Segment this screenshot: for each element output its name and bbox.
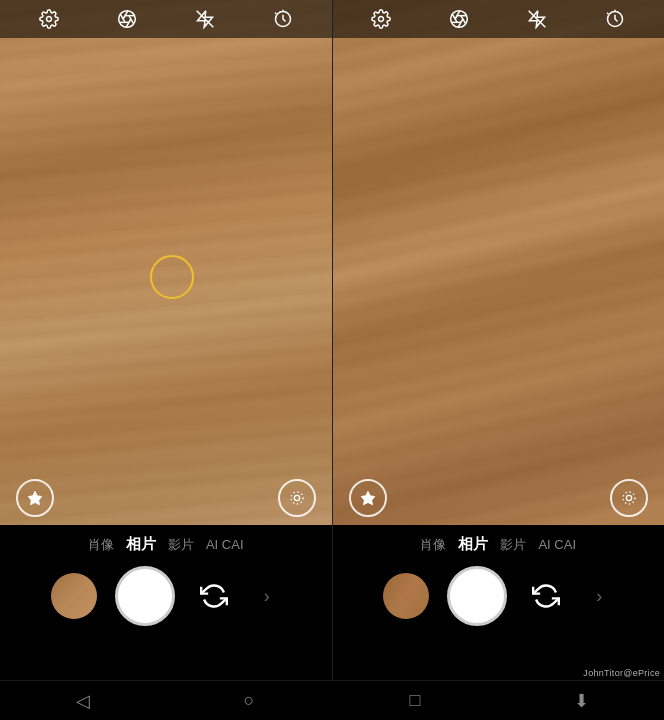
left-mode-tabs: 肖像 相片 影片 AI CAI: [0, 525, 332, 560]
right-timer-icon[interactable]: [605, 9, 625, 29]
svg-point-15: [379, 17, 384, 22]
svg-line-26: [607, 13, 608, 14]
home-nav-icon[interactable]: ○: [166, 690, 332, 711]
left-tab-portrait[interactable]: 肖像: [88, 536, 114, 554]
right-rotate-button[interactable]: [525, 575, 567, 617]
left-camera-panel: [0, 0, 332, 525]
svg-point-14: [291, 492, 303, 504]
left-shutter-button[interactable]: [115, 566, 175, 626]
left-tab-photo[interactable]: 相片: [126, 535, 156, 554]
left-focus-circle: [150, 255, 194, 299]
right-thumbnail[interactable]: [383, 573, 429, 619]
right-tab-photo[interactable]: 相片: [458, 535, 488, 554]
left-thumbnail[interactable]: [51, 573, 97, 619]
left-gear-icon[interactable]: [39, 9, 59, 29]
left-aperture-icon[interactable]: [117, 9, 137, 29]
right-shutter-button[interactable]: [447, 566, 507, 626]
left-shutter-row: ›: [0, 560, 332, 630]
left-hdr-button[interactable]: [16, 479, 54, 517]
right-arrow-right-button[interactable]: ›: [585, 582, 613, 610]
watermark: JohnTitor@ePrice: [583, 668, 660, 678]
left-arrow-right-button[interactable]: ›: [253, 582, 281, 610]
right-focus-mode-button[interactable]: [610, 479, 648, 517]
left-tab-aicai[interactable]: AI CAI: [206, 537, 244, 552]
right-tab-portrait[interactable]: 肖像: [420, 536, 446, 554]
left-tab-video[interactable]: 影片: [168, 536, 194, 554]
right-top-bar: [333, 0, 665, 38]
right-panel-bottom: 肖像 相片 影片 AI CAI ›: [332, 525, 665, 680]
left-top-bar: [0, 0, 332, 38]
left-viewfinder[interactable]: [0, 0, 332, 525]
right-bottom-overlay: [333, 479, 665, 517]
left-flash-off-icon[interactable]: [195, 9, 215, 29]
right-tab-aicai[interactable]: AI CAI: [538, 537, 576, 552]
right-tab-video[interactable]: 影片: [500, 536, 526, 554]
bottom-controls: 肖像 相片 影片 AI CAI ›: [0, 525, 664, 680]
left-focus-mode-button[interactable]: [278, 479, 316, 517]
nav-bar: ◁ ○ □ ⬇ JohnTitor@ePrice: [0, 680, 664, 720]
left-rotate-button[interactable]: [193, 575, 235, 617]
right-viewfinder[interactable]: [333, 0, 665, 525]
cameras-row: [0, 0, 664, 525]
svg-point-30: [623, 492, 635, 504]
svg-marker-12: [28, 491, 42, 505]
left-bottom-overlay: [0, 479, 332, 517]
right-hdr-button[interactable]: [349, 479, 387, 517]
right-aperture-icon[interactable]: [449, 9, 469, 29]
recent-nav-icon[interactable]: □: [332, 690, 498, 711]
right-camera-panel: [332, 0, 665, 525]
svg-line-11: [275, 13, 276, 14]
right-mode-tabs: 肖像 相片 影片 AI CAI: [333, 525, 665, 560]
right-flash-off-icon[interactable]: [527, 9, 547, 29]
back-nav-icon[interactable]: ◁: [0, 690, 166, 712]
svg-point-29: [626, 495, 631, 500]
svg-point-13: [294, 495, 299, 500]
left-timer-icon[interactable]: [273, 9, 293, 29]
svg-point-0: [46, 17, 51, 22]
mode-tabs-row: 肖像 相片 影片 AI CAI ›: [0, 525, 664, 680]
right-shutter-row: ›: [333, 560, 665, 630]
left-panel-bottom: 肖像 相片 影片 AI CAI ›: [0, 525, 332, 680]
download-nav-icon[interactable]: ⬇: [498, 690, 664, 712]
right-gear-icon[interactable]: [371, 9, 391, 29]
